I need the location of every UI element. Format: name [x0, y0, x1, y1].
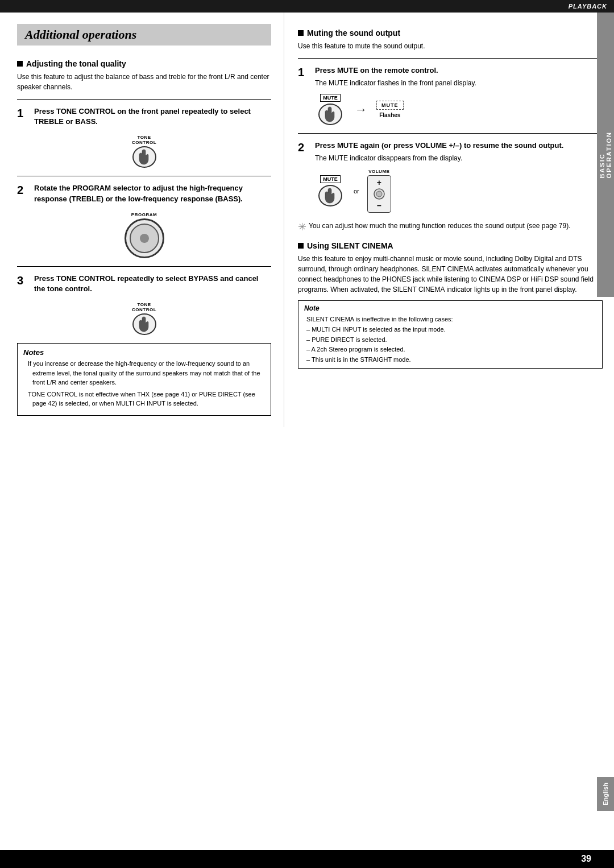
mute-btn-2-label: MUTE — [320, 175, 341, 183]
bullet-square-muting — [298, 30, 304, 36]
section-title-box: Additional operations — [17, 24, 271, 46]
step-1-content: Press TONE CONTROL on the front panel re… — [34, 106, 271, 129]
mute-hand-icon — [322, 105, 338, 123]
btn-inner-dot-program — [140, 234, 149, 243]
tip-icon: ✳ — [298, 221, 306, 233]
volume-btn-label: VOLUME — [368, 169, 389, 174]
subsection-muting-title: Muting the sound output — [307, 28, 400, 38]
language-tab: English — [597, 777, 614, 811]
btn-circle-program — [125, 218, 164, 258]
mute-btn-circle — [318, 104, 342, 125]
bullet-square — [17, 61, 23, 67]
program-selector-diagram: PROGRAM — [17, 212, 271, 258]
step-2-title: Rotate the PROGRAM selector to adjust th… — [34, 183, 271, 204]
step-3-content: Press TONE CONTROL repeatedly to select … — [34, 274, 271, 296]
note-item-cinema-2: – PURE DIRECT is selected. — [306, 335, 596, 345]
step-3-number: 3 — [17, 274, 30, 287]
note-box: Note SILENT CINEMA is ineffective in the… — [298, 300, 603, 369]
mute-step-1-body: The MUTE indicator flashes in the front … — [315, 78, 603, 88]
notes-title: Notes — [23, 348, 265, 357]
svg-point-1 — [376, 191, 382, 197]
notes-box: Notes If you increase or decrease the hi… — [17, 343, 271, 416]
tone-control-diagram-1: TONECONTROL — [17, 135, 271, 168]
tone-control-btn-1: TONECONTROL — [132, 135, 156, 168]
mute-hand-icon-2 — [322, 187, 338, 205]
main-content: Additional operations Adjusting the tona… — [0, 13, 614, 427]
lang-label: English — [602, 783, 609, 805]
step-2: 2 Rotate the PROGRAM selector to adjust … — [17, 183, 271, 206]
tip-text: You can adjust how much the muting funct… — [309, 221, 571, 231]
mute-step-1: 1 Press MUTE on the remote control. The … — [298, 65, 603, 88]
mute-step-2-body: The MUTE indicator disappears from the d… — [315, 153, 603, 163]
step-2-content: Rotate the PROGRAM selector to adjust th… — [34, 183, 271, 206]
subsection-tonal-quality-header: Adjusting the tonal quality — [17, 59, 271, 68]
basic-operation-sidebar: BASICOPERATION — [597, 13, 614, 297]
sidebar-top-label: BASICOPERATION — [599, 131, 612, 179]
subsection-cinema-title: Using SILENT CINEMA — [307, 241, 393, 250]
mute-btn-illus: MUTE — [318, 94, 342, 125]
mute-step-2-content: Press MUTE again (or press VOLUME +/–) t… — [315, 140, 603, 163]
note-item-1: If you increase or decrease the high-fre… — [28, 359, 265, 387]
section-title: Additional operations — [25, 27, 263, 42]
mute-step-1-number: 1 — [298, 65, 310, 79]
mute-btn-label: MUTE — [320, 94, 341, 102]
mute-step-1-content: Press MUTE on the remote control. The MU… — [315, 65, 603, 88]
divider-right-1 — [298, 58, 603, 59]
vol-plus-label: + — [377, 178, 381, 187]
playback-label: PLAYBACK — [569, 3, 607, 10]
tone-control-label-2: TONECONTROL — [132, 302, 156, 312]
divider-right-2 — [298, 133, 603, 134]
step-1-title: Press TONE CONTROL on the front panel re… — [34, 106, 271, 127]
mute-btn-2-circle — [318, 185, 342, 206]
left-column: Additional operations Adjusting the tona… — [0, 13, 284, 427]
tone-control-label-1: TONECONTROL — [132, 135, 156, 145]
page-number: 39 — [581, 854, 591, 864]
note-item-cinema-3: – A 2ch Stereo program is selected. — [306, 345, 596, 355]
mute-step-1-title: Press MUTE on the remote control. — [315, 65, 603, 76]
step-2-number: 2 — [17, 183, 30, 197]
program-label: PROGRAM — [131, 212, 157, 217]
volume-btn-box: + – — [367, 175, 391, 213]
subsection-tonal-title: Adjusting the tonal quality — [26, 59, 126, 68]
subsection-cinema-header: Using SILENT CINEMA — [298, 241, 603, 250]
arrow-right-1: → — [355, 102, 367, 117]
right-column: Muting the sound output Use this feature… — [284, 13, 614, 427]
tip-row: ✳ You can adjust how much the muting fun… — [298, 221, 603, 233]
btn-circle-tone-1 — [132, 146, 156, 168]
note-title: Note — [304, 304, 596, 312]
hand-icon-1 — [136, 148, 152, 166]
mute-indicator-dashed: MUTE — [376, 101, 404, 110]
hand-icon-2 — [136, 315, 152, 333]
step-1-number: 1 — [17, 106, 30, 120]
btn-circle-tone-2 — [132, 313, 156, 335]
note-item-2: TONE CONTROL is not effective when THX (… — [28, 390, 265, 408]
volume-btn: VOLUME + – — [367, 169, 391, 213]
subsection-cinema-body: Use this feature to enjoy multi-channel … — [298, 254, 603, 295]
divider-2 — [17, 176, 271, 176]
subsection-muting-body: Use this feature to mute the sound outpu… — [298, 41, 603, 51]
top-bar: PLAYBACK — [0, 0, 614, 13]
btn-inner-ring-program — [130, 224, 159, 253]
volume-knob-svg — [371, 188, 387, 200]
mute-btn-2-illus: MUTE — [318, 175, 342, 206]
subsection-tonal-body: Use this feature to adjust the balance o… — [17, 72, 271, 92]
divider-3 — [17, 266, 271, 267]
subsection-muting-header: Muting the sound output — [298, 28, 603, 38]
step-3: 3 Press TONE CONTROL repeatedly to selec… — [17, 274, 271, 296]
volume-diagram: MUTE or VOLUME + – — [315, 169, 603, 213]
mute-indicator: MUTE Flashes — [376, 101, 404, 118]
bullet-square-cinema — [298, 243, 304, 249]
program-btn: PROGRAM — [125, 212, 164, 258]
note-item-cinema-1: – MULTI CH INPUT is selected as the inpu… — [306, 325, 596, 335]
bottom-bar: 39 — [0, 850, 614, 868]
divider-1 — [17, 99, 271, 100]
vol-minus-label: – — [377, 201, 381, 210]
note-item-cinema-4: – This unit is in the STRAIGHT mode. — [306, 355, 596, 365]
tone-control-diagram-2: TONECONTROL — [17, 302, 271, 335]
step-3-title: Press TONE CONTROL repeatedly to select … — [34, 274, 271, 294]
mute-diagram: MUTE → MUTE Flashes — [315, 94, 603, 125]
flashes-text: Flashes — [379, 112, 400, 118]
mute-step-2-number: 2 — [298, 140, 310, 154]
tone-control-btn-2: TONECONTROL — [132, 302, 156, 335]
mute-step-2-title: Press MUTE again (or press VOLUME +/–) t… — [315, 140, 603, 151]
